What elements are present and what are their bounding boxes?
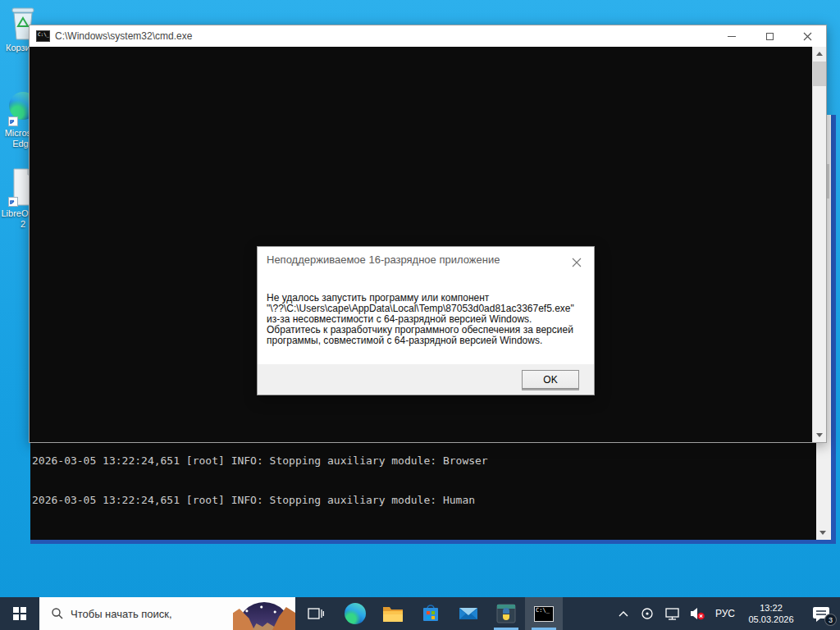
- minimize-button[interactable]: [713, 25, 751, 47]
- scroll-up-button[interactable]: [813, 47, 826, 61]
- ok-button[interactable]: OK: [522, 370, 579, 389]
- maximize-button[interactable]: [751, 25, 788, 47]
- scrollbar-thumb[interactable]: [813, 62, 826, 86]
- dialog-titlebar[interactable]: Неподдерживаемое 16-разрядное приложение: [258, 247, 594, 272]
- task-view-button[interactable]: [295, 597, 336, 630]
- close-button[interactable]: [788, 25, 826, 47]
- taskbar: Чтобы начать поиск,: [0, 597, 840, 630]
- scroll-down-button[interactable]: [816, 526, 829, 540]
- volume-muted-icon: [690, 607, 705, 620]
- dialog-close-button[interactable]: [566, 253, 587, 272]
- shortcut-arrow-icon: [8, 197, 18, 207]
- cmd-window-title: C:\Windows\system32\cmd.exe: [55, 30, 192, 42]
- tray-volume-muted-button[interactable]: [684, 597, 710, 630]
- scrollbar-vertical[interactable]: [812, 47, 826, 442]
- tray-action-center-button[interactable]: 3: [802, 597, 840, 630]
- cmd-window-titlebar[interactable]: C:\_ C:\Windows\system32\cmd.exe: [30, 25, 826, 47]
- scroll-down-button[interactable]: [813, 428, 826, 442]
- edge-icon: [345, 603, 366, 624]
- minimize-icon: [728, 36, 736, 37]
- search-input[interactable]: Чтобы начать поиск,: [39, 597, 295, 630]
- taskbar-app-python[interactable]: [487, 597, 525, 630]
- log-line: 2026-03-05 13:22:24,651 [root] INFO: Sto…: [32, 454, 813, 468]
- taskbar-app-edge[interactable]: [336, 597, 374, 630]
- dialog-message: Не удалось запустить программу или компо…: [258, 272, 594, 346]
- clock-date: 05.03.2026: [748, 614, 793, 625]
- tray-language-indicator[interactable]: РУС: [710, 597, 740, 630]
- taskbar-app-microsoft-store[interactable]: [412, 597, 450, 630]
- chevron-up-icon: [619, 610, 628, 617]
- tray-show-hidden-icons-button[interactable]: [612, 597, 635, 630]
- cmd-icon: C:\_: [36, 30, 50, 42]
- python-app-icon: [495, 603, 517, 624]
- microsoft-store-icon: [421, 604, 441, 623]
- cmd-icon: C:\_: [534, 606, 554, 622]
- windows-logo-icon: [13, 607, 26, 620]
- taskbar-app-file-explorer[interactable]: [374, 597, 412, 630]
- taskbar-app-mail[interactable]: [450, 597, 487, 630]
- tray-meet-now-button[interactable]: [635, 597, 660, 630]
- log-line: 2026-03-05 13:22:24,651 [root] INFO: Sto…: [32, 494, 813, 507]
- mail-icon: [459, 605, 478, 622]
- tray-network-button[interactable]: [660, 597, 684, 630]
- task-view-icon: [308, 606, 324, 621]
- start-button[interactable]: [0, 597, 39, 630]
- shortcut-arrow-icon: [8, 116, 18, 126]
- maximize-icon: [766, 33, 774, 40]
- taskbar-app-cmd[interactable]: C:\_: [525, 597, 563, 630]
- network-icon: [665, 608, 679, 620]
- meet-now-icon: [641, 607, 654, 620]
- search-icon: [51, 607, 64, 620]
- error-dialog: Неподдерживаемое 16-разрядное приложение…: [257, 246, 595, 395]
- search-highlight-image[interactable]: [233, 597, 295, 630]
- tray-clock[interactable]: 13:22 05.03.2026: [740, 597, 802, 630]
- notification-count-badge: 3: [824, 614, 837, 626]
- search-placeholder: Чтобы начать поиск,: [71, 608, 172, 620]
- close-icon: [572, 258, 582, 267]
- close-icon: [803, 32, 812, 41]
- dialog-footer: OK: [258, 364, 594, 395]
- dialog-title: Неподдерживаемое 16-разрядное приложение: [267, 253, 500, 266]
- file-explorer-icon: [382, 605, 404, 623]
- clock-time: 13:22: [760, 602, 783, 614]
